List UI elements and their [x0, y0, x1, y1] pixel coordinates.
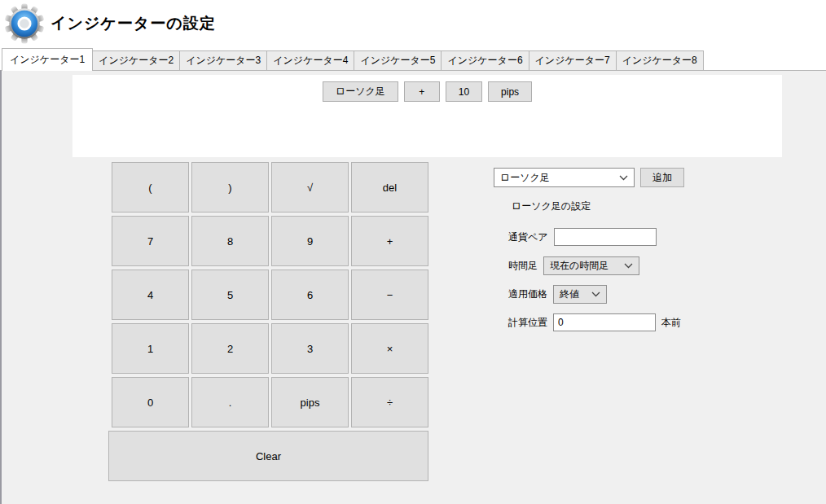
- key-sqrt[interactable]: √: [271, 162, 349, 213]
- page-title: インジケーターの設定: [51, 13, 216, 34]
- formula-display-panel: ローソク足 + 10 pips: [72, 75, 782, 157]
- key-open-paren[interactable]: (: [112, 162, 189, 213]
- timeframe-select[interactable]: 現在の時間足: [543, 256, 639, 275]
- tab-indicator-8[interactable]: インジケーター8: [616, 50, 704, 71]
- tab-content: ローソク足 + 10 pips ( ) √ del 7 8 9 + 4 5 6 …: [0, 70, 826, 504]
- tab-indicator-4[interactable]: インジケーター4: [266, 50, 354, 71]
- key-0[interactable]: 0: [112, 377, 189, 427]
- add-button[interactable]: 追加: [640, 168, 684, 187]
- clear-button[interactable]: Clear: [108, 431, 428, 481]
- key-8[interactable]: 8: [191, 216, 269, 266]
- section-title: ローソク足の設定: [512, 199, 591, 213]
- gear-icon: [4, 3, 45, 44]
- formula-token-plus[interactable]: +: [404, 81, 440, 102]
- key-decimal[interactable]: .: [191, 377, 269, 427]
- key-del[interactable]: del: [351, 162, 428, 213]
- tab-indicator-1[interactable]: インジケーター1: [2, 48, 93, 71]
- key-1[interactable]: 1: [112, 323, 189, 374]
- timeframe-label: 時間足: [508, 259, 538, 273]
- tab-indicator-2[interactable]: インジケーター2: [92, 50, 180, 71]
- settings-panel: ローソク足 追加 ローソク足の設定 通貨ペア 時間足 現在の時間足 適用価格: [494, 168, 738, 412]
- calc-position-label: 計算位置: [508, 316, 547, 330]
- indicator-settings-window: インジケーターの設定 インジケーター1 インジケーター2 インジケーター3 イン…: [0, 0, 826, 504]
- currency-pair-input[interactable]: [554, 228, 657, 246]
- key-5[interactable]: 5: [191, 270, 269, 320]
- key-minus[interactable]: −: [351, 270, 428, 320]
- applied-price-value: 終値: [560, 287, 579, 301]
- chevron-down-icon: [624, 263, 633, 269]
- timeframe-value: 現在の時間足: [550, 259, 609, 273]
- indicator-type-select[interactable]: ローソク足: [494, 168, 635, 187]
- tab-indicator-7[interactable]: インジケーター7: [529, 50, 617, 71]
- timeframe-row: 時間足 現在の時間足: [508, 256, 639, 275]
- currency-pair-label: 通貨ペア: [508, 230, 548, 244]
- key-6[interactable]: 6: [271, 270, 349, 320]
- key-2[interactable]: 2: [191, 323, 269, 374]
- tab-indicator-5[interactable]: インジケーター5: [354, 50, 442, 71]
- key-pips[interactable]: pips: [271, 377, 349, 427]
- key-7[interactable]: 7: [112, 216, 189, 266]
- keypad-grid: ( ) √ del 7 8 9 + 4 5 6 − 1 2 3 × 0 . pi…: [112, 162, 428, 427]
- chevron-down-icon: [591, 291, 600, 297]
- calc-position-suffix: 本前: [661, 316, 681, 330]
- key-multiply[interactable]: ×: [351, 323, 428, 374]
- header: インジケーターの設定: [0, 0, 826, 48]
- applied-price-select[interactable]: 終値: [553, 285, 607, 304]
- indicator-selector-row: ローソク足 追加: [494, 168, 684, 187]
- keypad: ( ) √ del 7 8 9 + 4 5 6 − 1 2 3 × 0 . pi…: [108, 162, 428, 481]
- tab-indicator-3[interactable]: インジケーター3: [179, 50, 267, 71]
- key-divide[interactable]: ÷: [351, 377, 428, 427]
- indicator-type-value: ローソク足: [500, 171, 550, 185]
- applied-price-label: 適用価格: [508, 287, 547, 301]
- tab-indicator-6[interactable]: インジケーター6: [441, 50, 529, 71]
- key-9[interactable]: 9: [271, 216, 349, 266]
- formula-token-candle[interactable]: ローソク足: [323, 81, 398, 102]
- chevron-down-icon: [619, 175, 628, 181]
- formula-token-pips[interactable]: pips: [488, 81, 532, 102]
- calc-position-row: 計算位置 本前: [508, 313, 681, 331]
- currency-pair-row: 通貨ペア: [508, 228, 657, 246]
- calc-position-input[interactable]: [553, 313, 656, 331]
- key-plus[interactable]: +: [351, 216, 428, 266]
- key-4[interactable]: 4: [112, 270, 189, 320]
- key-close-paren[interactable]: ): [191, 162, 269, 213]
- applied-price-row: 適用価格 終値: [508, 285, 607, 304]
- key-3[interactable]: 3: [271, 323, 349, 374]
- tab-bar: インジケーター1 インジケーター2 インジケーター3 インジケーター4 インジケ…: [2, 48, 704, 71]
- formula-token-10[interactable]: 10: [446, 81, 482, 102]
